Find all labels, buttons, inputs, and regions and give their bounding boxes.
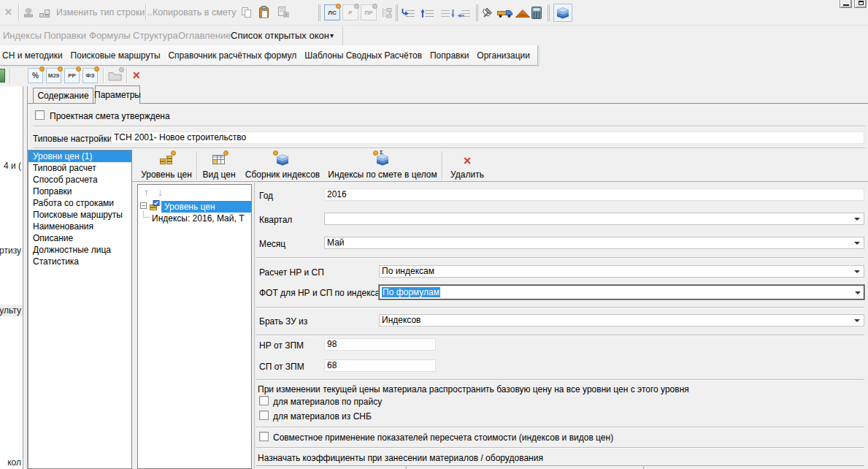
nav-item-statistics[interactable]: Статистика (28, 256, 131, 267)
blocks-icon[interactable] (39, 8, 51, 20)
divider (442, 151, 443, 180)
p-button[interactable]: Р (342, 4, 358, 20)
books-icon (274, 152, 291, 166)
minimize-button[interactable] (840, 0, 852, 8)
rr-button[interactable]: РР (64, 68, 80, 83)
month-select[interactable]: Май (324, 237, 864, 249)
materials-snb-label: для материалов из СНБ (273, 411, 372, 422)
separator (256, 379, 864, 381)
nav-item-description[interactable]: Описание (28, 232, 131, 244)
text-fragment: ульту (0, 305, 21, 316)
spread-price-note: При изменении текущей цены материала рас… (258, 384, 689, 394)
sp-zpm-input[interactable]: 68 (324, 359, 436, 372)
transport-truck-icon[interactable] (497, 8, 513, 20)
divider (103, 68, 104, 83)
tab-content[interactable]: Содержание (33, 88, 93, 103)
text-fragment: кол (7, 457, 21, 468)
zu-label: Брать ЗУ из (259, 316, 307, 327)
calculator-icon[interactable] (531, 7, 542, 21)
separator (33, 126, 865, 127)
chevron-down-icon (854, 270, 860, 273)
close-icon[interactable]: ✕ (4, 7, 12, 18)
copy-to-estimate-button[interactable]: Копировать в смету (153, 7, 236, 18)
fot-select[interactable]: По формулам (379, 285, 864, 300)
joint-application-checkbox[interactable] (259, 432, 269, 441)
nr-sp-select[interactable]: По индексам (379, 265, 864, 278)
doc-tab-organizations[interactable]: Организации (475, 47, 531, 64)
dropdown-arrow-icon[interactable]: ▾ (330, 31, 334, 39)
tree-delete-icon[interactable] (380, 7, 393, 21)
stamp-icon[interactable] (23, 7, 35, 20)
doc-tab-sn-methods[interactable]: СН и методики (1, 47, 64, 64)
indices-whole-estimate-button[interactable]: Σ Индексы по смете в целом (326, 150, 439, 180)
nav-item-search-routes[interactable]: Поисковые маршруты (28, 209, 131, 221)
tab-parameters[interactable]: Параметры (95, 85, 140, 104)
move-down-icon[interactable]: ↓ (158, 186, 163, 198)
divider (126, 68, 128, 83)
secondary-toolbar: % М29 РР ФЗ ✕ (0, 66, 868, 85)
quarter-label: Квартал (259, 215, 292, 225)
price-level-button[interactable]: Уровень цен (139, 150, 194, 180)
nav-item-officials[interactable]: Должностные лица (28, 244, 131, 256)
m29-button[interactable]: М29 (46, 68, 61, 83)
nav-item-names[interactable]: Наименования (28, 221, 131, 232)
nr-zpm-input[interactable]: 98 (324, 338, 436, 351)
copy-icon[interactable] (241, 7, 252, 20)
gear-icon (94, 66, 99, 72)
price-kind-button[interactable]: Вид цен (199, 150, 239, 180)
ls-toggle-button[interactable]: ЛС (324, 4, 340, 20)
menu-item-toc[interactable]: Оглавление (178, 30, 231, 41)
tree-expander-icon[interactable]: − (140, 202, 147, 209)
nav-item-row-work[interactable]: Работа со строками (28, 197, 131, 209)
tree-node-price-level[interactable]: Уровень цен (161, 201, 251, 213)
indent-up-icon[interactable] (420, 8, 435, 20)
delete-button[interactable]: ✕ Удалить (447, 150, 488, 180)
price-level-toolbar: Уровень цен Вид цен Сборник индексов Σ И… (132, 149, 868, 182)
materials-bricks-icon[interactable] (515, 9, 530, 20)
delete-x-icon[interactable]: ✕ (132, 70, 141, 80)
doc-tab-templates[interactable]: Шаблоны Сводных Расчётов (303, 47, 423, 64)
index-collection-button[interactable]: Сборник индексов (242, 150, 323, 180)
zu-select[interactable]: Индексов (379, 314, 864, 327)
paste-icon[interactable] (258, 6, 269, 21)
group-divider (318, 4, 320, 21)
panel-splitter[interactable] (23, 86, 28, 469)
nav-item-price-levels[interactable]: Уровни цен (1) (28, 150, 131, 162)
tree-node-indices[interactable]: Индексы: 2016, Май, Т (152, 213, 244, 224)
grid-top-border (256, 465, 864, 466)
fz-button[interactable]: ФЗ (82, 68, 98, 83)
doc-tab-popravki[interactable]: Поправки (429, 47, 470, 64)
nav-item-popravki[interactable]: Поправки (28, 186, 131, 197)
approved-checkbox-label: Проектная смета утверждена (50, 111, 170, 121)
works-hammer-icon[interactable] (482, 7, 494, 20)
change-row-type-button[interactable]: Изменить тип строки... (56, 7, 153, 18)
menu-item-open-windows[interactable]: Список открытых окон (231, 30, 329, 41)
menu-item-indices[interactable]: Индексы (3, 30, 42, 41)
quarter-select[interactable] (324, 213, 864, 225)
menu-item-structure[interactable]: Структура (133, 30, 178, 41)
doc-tab-formula-ref[interactable]: Справочник расчётных формул (166, 47, 298, 64)
outdent-icon[interactable] (439, 8, 454, 20)
nav-item-typical-calc[interactable]: Типовой расчет (28, 162, 131, 174)
doc-tab-search-routes[interactable]: Поисковые маршруты (69, 47, 162, 64)
materials-price-checkbox[interactable] (259, 396, 269, 405)
gear-icon (76, 66, 81, 72)
menu-item-popravki[interactable]: Поправки (44, 30, 86, 41)
year-input[interactable]: 2016 (324, 188, 864, 201)
paste-special-icon[interactable] (277, 6, 289, 20)
materials-snb-checkbox[interactable] (259, 411, 269, 420)
indent-down-icon[interactable] (457, 8, 472, 20)
percent-button[interactable]: % (28, 68, 43, 83)
pr-button[interactable]: ПР (361, 4, 377, 20)
typical-settings-value[interactable]: ТСН 2001- Новое строительство (111, 131, 864, 144)
move-up-icon[interactable]: ↑ (144, 186, 149, 198)
indent-first-icon[interactable] (402, 8, 416, 20)
folder-icon[interactable] (108, 70, 122, 83)
app-window: ✕ Изменить тип строки... Копировать в см… (0, 0, 868, 469)
nav-item-calc-method[interactable]: Способ расчета (28, 174, 131, 186)
divider (196, 151, 198, 180)
approved-checkbox[interactable] (35, 110, 45, 120)
menu-item-formulas[interactable]: Формулы (89, 30, 131, 41)
restore-button[interactable] (854, 0, 867, 8)
index-books-button[interactable] (553, 4, 572, 22)
